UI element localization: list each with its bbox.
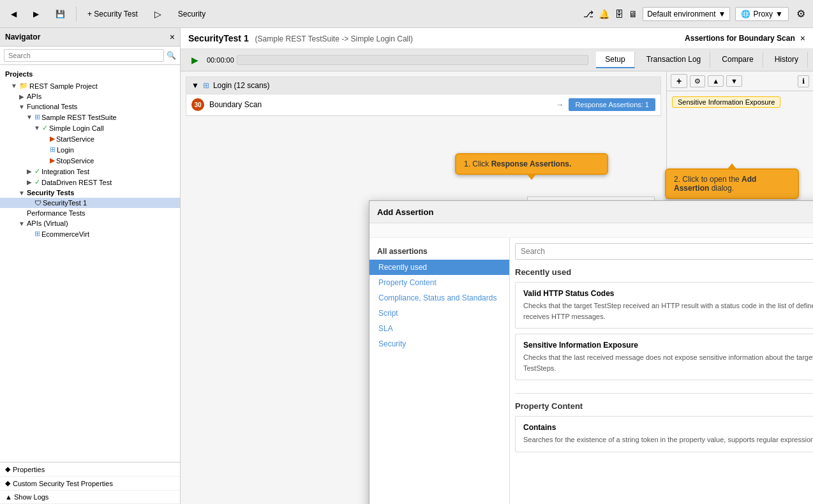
env-label: Default environment (647, 10, 715, 19)
modal-left-header: All assertions (369, 243, 509, 260)
shield-icon: 🛡 (34, 199, 41, 207)
security-tab-button[interactable]: Security (172, 6, 211, 22)
info-btn[interactable]: ℹ (798, 75, 809, 87)
tab-compare[interactable]: Compare (713, 52, 763, 68)
assertion-category-recently-used[interactable]: Recently used (369, 260, 509, 275)
scan-row-boundary: 30 Boundary Scan → Response Assertions: … (186, 94, 660, 115)
tree-label: StartService (56, 135, 94, 143)
assertion-card-valid-http[interactable]: Valid HTTP Status Codes Checks that the … (515, 282, 813, 329)
arrow-icon: → (556, 100, 563, 109)
tree-label: Functional Tests (27, 103, 77, 110)
navigator-title: Navigator (5, 33, 40, 41)
assertion-category-script[interactable]: Script (369, 306, 509, 321)
assertion-category-security[interactable]: Security (369, 336, 509, 352)
add-assertion-btn[interactable]: + (671, 74, 687, 88)
properties-item[interactable]: ◆ Properties (0, 463, 180, 477)
progress-bar (237, 55, 589, 65)
bell-icon[interactable]: 🔔 (599, 9, 609, 19)
custom-security-properties-item[interactable]: ◆ Custom Security Test Properties (0, 477, 180, 491)
navigator-panel: Navigator × 🔍 Projects ▼ 📁 REST Sample P… (0, 28, 181, 504)
expand-icon: ▼ (33, 124, 41, 131)
save-button[interactable]: 💾 (50, 6, 71, 22)
tree-item-ecommercevirt[interactable]: ⊞ EcommerceVirt (0, 228, 180, 239)
add-security-test-button[interactable]: + Security Test (82, 6, 144, 22)
callout-2: 2. Click to open the Add Assertion dialo… (665, 168, 799, 199)
tree-item-performance-tests[interactable]: Performance Tests (0, 208, 180, 218)
nav-bottom-label: Custom Security Test Properties (13, 480, 113, 487)
tree-item-stopservice[interactable]: ▶ StopService (0, 155, 180, 166)
tree-item-security-tests[interactable]: ▼ Security Tests (0, 188, 180, 198)
assertions-panel-title: Assertions for Boundary Scan (685, 34, 795, 43)
tab-transaction-log[interactable]: Transaction Log (638, 52, 711, 68)
top-toolbar: ◀ ▶ 💾 + Security Test ▷ Security ⎇ 🔔 🗄 🖥… (0, 0, 813, 28)
search-icon[interactable]: 🔍 (167, 51, 176, 60)
assertion-card-sensitive-info[interactable]: Sensitive Information Exposure Checks th… (515, 334, 813, 380)
modal-header: Add Assertion × (369, 201, 813, 223)
group-label: Login (12 scans) (213, 81, 270, 90)
timer-display: 00:00:00 (207, 56, 234, 64)
play-button[interactable]: ▶ (186, 52, 204, 68)
monitor-icon[interactable]: 🖥 (629, 9, 638, 19)
env-arrow: ▼ (719, 10, 726, 19)
tab-setup[interactable]: Setup (596, 52, 634, 68)
tree-label: Performance Tests (27, 209, 86, 217)
tree-item-apis-virtual[interactable]: ▼ APIs (Virtual) (0, 218, 180, 228)
tree-item-login[interactable]: ⊞ Login (0, 144, 180, 155)
check-icon: ✓ (42, 124, 48, 132)
callout-1: 1. Click Response Assertions. (455, 153, 608, 175)
assertion-category-compliance[interactable]: Compliance, Status and Standards (369, 290, 509, 306)
move-up-btn[interactable]: ▲ (708, 75, 724, 87)
nav-bottom-label: Properties (13, 466, 45, 473)
tree-item-sample-rest-testsuite[interactable]: ▼ ⊞ Sample REST TestSuite (0, 112, 180, 122)
scan-name: Boundary Scan (209, 100, 551, 109)
tree-item-securitytest-1[interactable]: 🛡 SecurityTest 1 (0, 198, 180, 208)
db-icon[interactable]: 🗄 (615, 9, 623, 19)
config-btn[interactable]: ⚙ (690, 75, 705, 87)
proxy-icon: 🌐 (741, 10, 750, 19)
navigator-search-bar: 🔍 (0, 47, 180, 65)
back-button[interactable]: ◀ (5, 6, 22, 22)
forward-button[interactable]: ▶ (27, 6, 45, 22)
response-assertions-button[interactable]: Response Assertions: 1 (569, 98, 655, 111)
assertion-category-sla[interactable]: SLA (369, 321, 509, 336)
expand-icon: ▶ (26, 168, 33, 175)
assertion-search-input[interactable] (516, 244, 813, 259)
assertion-card-contains[interactable]: Contains Searches for the existence of a… (515, 416, 813, 452)
modal-title: Add Assertion (377, 207, 433, 217)
expand-icon: ▶ (18, 93, 26, 100)
step-icon: ▶ (50, 135, 55, 143)
git-icon[interactable]: ⎇ (583, 9, 593, 19)
group-icon: ⊞ (203, 81, 209, 90)
tree-item-simple-login-call[interactable]: ▼ ✓ Simple Login Call (0, 122, 180, 133)
navigator-header: Navigator × (0, 28, 180, 47)
tree-label: REST Sample Project (29, 82, 98, 90)
search-input[interactable] (4, 49, 164, 62)
check-icon: ✓ (34, 167, 40, 175)
tree-item-apis[interactable]: ▶ APIs (0, 91, 180, 101)
assertion-tag[interactable]: Sensitive Information Exposure (672, 96, 780, 108)
move-down-btn[interactable]: ▼ (726, 75, 742, 87)
assertion-category-property-content[interactable]: Property Content (369, 275, 509, 290)
separator-1 (76, 6, 77, 22)
page-title-bar: SecurityTest 1 (Sample REST TestSuite ->… (181, 28, 813, 49)
tree-item-rest-sample-project[interactable]: ▼ 📁 REST Sample Project (0, 80, 180, 91)
tab-history[interactable]: History (766, 52, 808, 68)
assertion-title: Valid HTTP Status Codes (523, 289, 813, 298)
step-icon: ▶ (50, 156, 55, 165)
show-logs-item[interactable]: ▲ Show Logs (0, 491, 180, 504)
expand-icon: ▼ (191, 81, 199, 90)
check-icon: ✓ (34, 178, 40, 186)
assertions-panel-close-button[interactable]: × (800, 33, 805, 43)
tree-item-datadriven-rest-test[interactable]: ▶ ✓ DataDriven REST Test (0, 177, 180, 188)
navigator-close-button[interactable]: × (170, 32, 175, 42)
projects-section-label: Projects (0, 68, 180, 80)
tree-label: Sample REST TestSuite (41, 114, 117, 121)
tree-label: APIs (Virtual) (27, 219, 68, 227)
environment-selector[interactable]: Default environment ▼ (643, 7, 730, 21)
settings-button[interactable]: ⚙ (794, 5, 808, 22)
tree-item-functional-tests[interactable]: ▼ Functional Tests (0, 101, 180, 112)
proxy-button[interactable]: 🌐 Proxy ▼ (735, 7, 789, 21)
send-button[interactable]: ▷ (149, 6, 167, 22)
tree-item-integration-test[interactable]: ▶ ✓ Integration Test (0, 166, 180, 177)
tree-item-startservice[interactable]: ▶ StartService (0, 133, 180, 144)
